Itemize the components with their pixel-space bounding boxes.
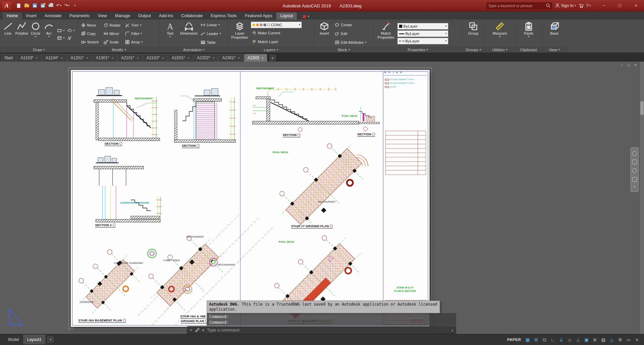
groups-panel-label[interactable]: Groups▾ (462, 47, 484, 53)
minimize-button[interactable]: − (596, 0, 612, 11)
transparency-toggle[interactable]: ▨ (600, 336, 607, 343)
close-button[interactable]: × (628, 0, 644, 11)
base-view-button[interactable]: Base (546, 21, 562, 47)
tab-collaborate[interactable]: Collaborate (177, 12, 207, 20)
file-tab-active[interactable]: A2303× (244, 54, 268, 62)
line-button[interactable]: Line (2, 21, 14, 47)
command-customize-icon[interactable] (195, 327, 200, 333)
ribbon-display-toggle[interactable]: ▾ (300, 14, 312, 20)
object-snap-tracking-toggle[interactable]: ⊥ (574, 336, 582, 343)
file-tab[interactable]: A1103*× (17, 54, 41, 62)
polyline-button[interactable]: Polyline (15, 21, 28, 47)
clipboard-panel-label[interactable]: Clipboard (515, 47, 542, 53)
close-icon[interactable]: × (162, 56, 164, 60)
new-file-button[interactable] (15, 2, 22, 9)
vertical-scrollbar[interactable] (640, 62, 644, 334)
close-icon[interactable]: × (187, 56, 189, 60)
isodraft-toggle[interactable]: ◇ (566, 336, 573, 343)
workspace-gear-button[interactable]: ⚙ (616, 336, 624, 343)
circle-button[interactable]: Circle▾ (30, 21, 41, 47)
command-line[interactable]: × ▸ Type a command ▴ (187, 326, 456, 334)
tab-output[interactable]: Output (134, 12, 155, 20)
drawing-canvas[interactable]: SECTION SECTION SECTION 2 SECTION SECTIO… (0, 62, 644, 334)
utilities-panel-label[interactable]: Utilities▾ (485, 47, 515, 53)
annotation-visibility-toggle[interactable]: △ (608, 336, 615, 343)
dimension-button[interactable]: Dimension (179, 21, 198, 47)
rotate-button[interactable]: Rotate (103, 21, 121, 29)
open-file-button[interactable] (23, 2, 30, 9)
help-button[interactable]: ? ▾ (586, 4, 591, 8)
drawing-restore-button[interactable]: □ (628, 63, 630, 67)
annotation-panel-label[interactable]: Annotation▾ (160, 47, 228, 53)
paper-space-button[interactable]: PAPER (507, 338, 521, 342)
fillet-button[interactable]: Fillet▾ (124, 30, 144, 38)
chevron-up-icon[interactable]: ▴ (451, 329, 453, 332)
rectangle-tool-button[interactable]: ▾ (56, 27, 66, 35)
tab-view[interactable]: View (94, 12, 111, 20)
search-input[interactable] (488, 4, 546, 8)
orbit-icon[interactable] (632, 177, 637, 182)
edit-attributes-button[interactable]: Edit Attributes▾ (334, 38, 367, 46)
file-tab[interactable]: A1301*× (92, 54, 117, 62)
tab-annotate[interactable]: Annotate (41, 12, 66, 20)
close-icon[interactable]: × (61, 56, 63, 60)
navigation-wheel-icon[interactable] (632, 151, 637, 156)
leader-button[interactable]: Leader▾ (200, 30, 222, 38)
table-button[interactable]: Table (200, 38, 222, 46)
tab-express-tools[interactable]: Express Tools (207, 12, 241, 20)
lineweight-combo[interactable]: ByLayer▾ (397, 30, 448, 37)
make-current-button[interactable]: Make Current (251, 29, 302, 37)
save-as-button[interactable] (39, 2, 46, 9)
command-input[interactable]: Type a command (207, 328, 239, 333)
new-layout-button[interactable]: + (47, 337, 53, 343)
file-tab[interactable]: A2201*× (168, 54, 193, 62)
pan-icon[interactable] (632, 160, 637, 164)
close-icon[interactable]: × (137, 56, 139, 60)
zoom-icon[interactable] (632, 168, 637, 173)
layout1-tab[interactable]: Layout1 (23, 335, 46, 344)
file-tab[interactable]: A2202*× (193, 54, 218, 62)
infer-constraints-toggle[interactable]: ⊡ (541, 336, 548, 343)
draw-panel-label[interactable]: Draw▾ (0, 47, 78, 53)
tab-manage[interactable]: Manage (111, 12, 134, 20)
model-tab[interactable]: Model (4, 335, 23, 344)
search-icon[interactable] (546, 3, 551, 8)
layer-select-combo[interactable]: CONC ▾ (251, 22, 302, 28)
qat-customize-button[interactable]: ▾ (71, 2, 79, 9)
tab-featured-apps[interactable]: Featured Apps (241, 12, 276, 20)
create-block-button[interactable]: Create (334, 21, 367, 29)
scale-button[interactable]: Scale (103, 38, 121, 46)
close-icon[interactable]: × (238, 56, 240, 60)
sign-in-button[interactable]: Sign In ▾ (555, 3, 576, 8)
redo-button[interactable]: ↷▾ (63, 2, 71, 9)
copy-button[interactable]: Copy (80, 30, 100, 38)
scrollbar-thumb[interactable] (640, 101, 644, 115)
layer-properties-button[interactable]: Layer Properties (230, 21, 249, 47)
region-tool-button[interactable] (66, 34, 76, 42)
arc-button[interactable]: Arc▾ (43, 21, 55, 47)
object-color-combo[interactable]: ByLayer▾ (397, 23, 448, 30)
autocad-logo-icon[interactable]: A (1, 1, 12, 10)
snap-toggle[interactable]: ⊞ (532, 336, 540, 343)
file-tab[interactable]: A2301*× (218, 54, 243, 62)
plot-button[interactable] (47, 2, 54, 9)
customize-status-button[interactable]: ≡ (633, 336, 641, 343)
drawing-minimize-button[interactable]: − (620, 63, 622, 67)
object-snap-toggle[interactable]: ▣ (583, 336, 590, 343)
mirror-button[interactable]: Mirror (103, 30, 121, 38)
file-tab[interactable]: A1201*× (67, 54, 92, 62)
undo-button[interactable]: ↶▾ (55, 2, 63, 9)
file-tab-start[interactable]: Start (1, 54, 16, 62)
linear-dimension-button[interactable]: Linear▾ (200, 21, 222, 29)
tab-insert[interactable]: Insert (22, 12, 40, 20)
trim-button[interactable]: Trim▾ (124, 21, 144, 29)
lineweight-toggle[interactable]: ≣ (591, 336, 599, 343)
grid-toggle[interactable]: ▦ (524, 336, 531, 343)
store-cart-icon[interactable] (578, 3, 583, 8)
save-button[interactable] (31, 2, 38, 9)
match-layer-button[interactable]: Match Layer (251, 38, 302, 46)
tab-parametric[interactable]: Parametric (66, 12, 94, 20)
hatch-tool-button[interactable]: ▾ (56, 34, 66, 42)
stretch-button[interactable]: Stretch (80, 38, 100, 46)
file-tab[interactable]: A1104*× (42, 54, 67, 62)
